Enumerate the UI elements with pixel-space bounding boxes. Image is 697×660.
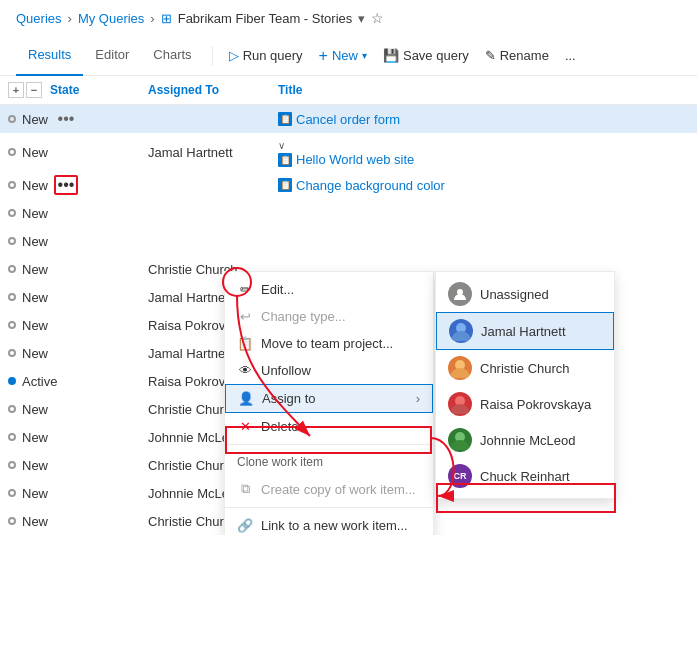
- delete-icon: ✕: [237, 419, 253, 434]
- rename-icon: ✎: [485, 48, 496, 63]
- breadcrumb-caret-icon[interactable]: ▾: [358, 11, 365, 26]
- unfollow-icon: 👁: [237, 363, 253, 378]
- state-label: New: [22, 178, 48, 193]
- state-dot: [8, 209, 16, 217]
- state-dot: [8, 115, 16, 123]
- table-row[interactable]: New Jamal Hartnett ∨ 📋 Hello World web s…: [0, 133, 697, 171]
- state-dot: [8, 489, 16, 497]
- collapse-icon[interactable]: −: [26, 82, 42, 98]
- state-label: New: [22, 430, 48, 445]
- submenu-chuck[interactable]: CR Chuck Reinhart: [436, 458, 614, 494]
- state-cell: New: [0, 311, 140, 339]
- assigned-cell: [140, 171, 270, 199]
- title-cell[interactable]: 📋 Hello World web site: [278, 152, 689, 167]
- state-label: New: [22, 112, 48, 127]
- table-row[interactable]: New ••• 📋 Cancel order form: [0, 105, 697, 134]
- ctx-edit[interactable]: ✏ Edit...: [225, 276, 433, 303]
- table-row[interactable]: New: [0, 199, 697, 227]
- board-icon: ⊞: [161, 11, 172, 26]
- title-col: 📋 Cancel order form: [270, 105, 697, 134]
- state-label: New: [22, 234, 48, 249]
- state-cell: New: [0, 255, 140, 283]
- state-dot: [8, 349, 16, 357]
- ctx-change-type: ↩ Change type...: [225, 303, 433, 330]
- col-assigned-header: Assigned To: [140, 76, 270, 105]
- state-label: New: [22, 486, 48, 501]
- submenu-raisa[interactable]: Raisa Pokrovskaya: [436, 386, 614, 422]
- avatar-chuck: CR: [448, 464, 472, 488]
- state-cell: New: [0, 227, 140, 255]
- state-dot: [8, 265, 16, 273]
- state-dot: [8, 377, 16, 385]
- breadcrumb-queries[interactable]: Queries: [16, 11, 62, 26]
- title-cell[interactable]: 📋 Cancel order form: [278, 112, 689, 127]
- state-cell: New: [0, 395, 140, 423]
- state-cell: New: [0, 451, 140, 479]
- ctx-unfollow[interactable]: 👁 Unfollow: [225, 357, 433, 384]
- run-query-icon: ▷: [229, 48, 239, 63]
- toolbar-divider-1: [212, 46, 213, 66]
- title-col: ∨ 📋 Hello World web site: [270, 133, 697, 171]
- state-cell: New: [0, 479, 140, 507]
- story-icon: 📋: [278, 178, 292, 192]
- submenu-unassigned[interactable]: Unassigned: [436, 276, 614, 312]
- submenu-jamal[interactable]: Jamal Hartnett: [436, 312, 614, 350]
- state-cell: New •••: [0, 105, 140, 134]
- table-row[interactable]: New ••• 📋 Change background color: [0, 171, 697, 199]
- ctx-link-new[interactable]: 🔗 Link to a new work item...: [225, 512, 433, 535]
- new-button[interactable]: + New ▾: [311, 43, 375, 69]
- more-options-button[interactable]: ...: [557, 44, 584, 67]
- state-label: New: [22, 145, 48, 160]
- state-label: New: [22, 402, 48, 417]
- state-label: New: [22, 346, 48, 361]
- ctx-assign-to[interactable]: 👤 Assign to ›: [225, 384, 433, 413]
- assigned-cell: [140, 105, 270, 134]
- story-icon: 📋: [278, 153, 292, 167]
- rename-button[interactable]: ✎ Rename: [477, 44, 557, 67]
- tab-charts[interactable]: Charts: [141, 36, 203, 76]
- state-cell: New: [0, 283, 140, 311]
- toolbar: Results Editor Charts ▷ Run query + New …: [0, 36, 697, 76]
- assign-icon: 👤: [238, 391, 254, 406]
- breadcrumb-myqueries[interactable]: My Queries: [78, 11, 144, 26]
- state-dot: [8, 321, 16, 329]
- state-cell: Active: [0, 367, 140, 395]
- state-label: New: [22, 458, 48, 473]
- state-label: New: [22, 318, 48, 333]
- title-cell[interactable]: 📋 Change background color: [278, 178, 689, 193]
- ctx-clone-label: Clone work item: [225, 449, 433, 475]
- ctx-move-team[interactable]: 📋 Move to team project...: [225, 330, 433, 357]
- state-label: New: [22, 290, 48, 305]
- more-options-btn[interactable]: •••: [54, 175, 78, 195]
- avatar-christie: [448, 356, 472, 380]
- run-query-button[interactable]: ▷ Run query: [221, 44, 311, 67]
- state-label: New: [22, 206, 48, 221]
- title-col: [270, 199, 697, 227]
- breadcrumb-team: ⊞ Fabrikam Fiber Team - Stories ▾: [161, 11, 366, 26]
- copy-icon: ⧉: [237, 481, 253, 497]
- submenu-christie[interactable]: Christie Church: [436, 350, 614, 386]
- ctx-sep-1: [225, 444, 433, 445]
- tab-results[interactable]: Results: [16, 36, 83, 76]
- tab-editor[interactable]: Editor: [83, 36, 141, 76]
- table-row[interactable]: New: [0, 227, 697, 255]
- assigned-label: Jamal Hartnett: [148, 346, 233, 361]
- submenu-johnnie[interactable]: Johnnie McLeod: [436, 422, 614, 458]
- breadcrumb: Queries › My Queries › ⊞ Fabrikam Fiber …: [0, 0, 697, 36]
- state-cell: New •••: [0, 171, 140, 199]
- save-query-button[interactable]: 💾 Save query: [375, 44, 477, 67]
- more-options-btn[interactable]: •••: [54, 109, 78, 129]
- state-dot: [8, 293, 16, 301]
- state-dot: [8, 181, 16, 189]
- avatar-unassigned: [448, 282, 472, 306]
- add-column-icon[interactable]: +: [8, 82, 24, 98]
- edit-icon: ✏: [237, 282, 253, 297]
- breadcrumb-star-icon[interactable]: ☆: [371, 10, 384, 26]
- title-col: [270, 227, 697, 255]
- state-label: New: [22, 262, 48, 277]
- expand-btn[interactable]: ∨: [278, 140, 285, 151]
- ctx-delete[interactable]: ✕ Delete: [225, 413, 433, 440]
- assigned-cell: [140, 199, 270, 227]
- state-dot: [8, 237, 16, 245]
- avatar-raisa: [448, 392, 472, 416]
